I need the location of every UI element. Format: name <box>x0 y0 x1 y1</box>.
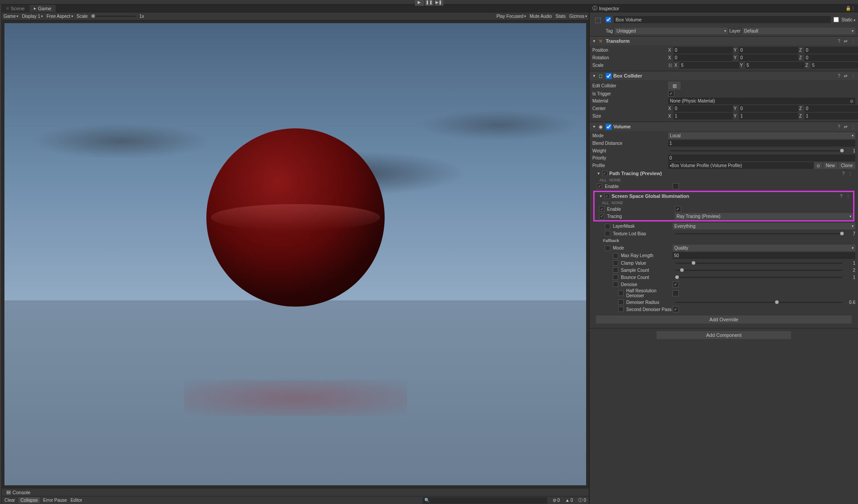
static-checkbox[interactable] <box>833 17 839 22</box>
rotation-x[interactable] <box>673 54 733 61</box>
help-icon[interactable]: ? <box>842 171 845 176</box>
tag-dropdown[interactable]: Untagged <box>615 28 727 34</box>
help-icon[interactable]: ? <box>837 39 840 44</box>
rotation-z[interactable] <box>805 54 858 61</box>
ssgi-tracing-dropdown[interactable]: Ray Tracing (Preview) <box>675 213 853 220</box>
console-search-input[interactable] <box>423 497 547 504</box>
scale-link-icon[interactable]: ⛓ <box>668 63 673 68</box>
path-tracing-header[interactable]: ▼ Path Tracing (Preview) ? ⋮ <box>592 169 855 177</box>
position-z[interactable] <box>805 47 858 53</box>
game-dropdown[interactable]: Game <box>4 14 18 19</box>
sample-slider[interactable] <box>675 270 842 271</box>
bounce-override[interactable] <box>613 275 618 280</box>
ssgi-header[interactable]: ▼ Screen Space Global Illumination ? ⋮ <box>595 192 853 200</box>
error-count[interactable]: ⊘0 <box>553 498 560 503</box>
second-pass-checkbox[interactable] <box>673 306 679 312</box>
pause-button[interactable]: ❚❚ <box>425 0 434 6</box>
object-picker-icon[interactable]: ⊙ <box>850 99 854 103</box>
preset-icon[interactable]: ⇄ <box>844 74 847 78</box>
add-component-button[interactable]: Add Component <box>657 331 791 339</box>
sample-override[interactable] <box>613 267 618 273</box>
clamp-override[interactable] <box>613 260 618 266</box>
profile-field[interactable]: ▪Box Volume Profile (Volume Profile) <box>668 162 813 169</box>
mode-dropdown[interactable]: Local <box>668 132 855 139</box>
aspect-dropdown[interactable]: Free Aspect <box>46 14 73 19</box>
menu-icon[interactable]: ⋮ <box>848 171 853 176</box>
material-field[interactable]: None (Physic Material)⊙ <box>668 98 855 104</box>
collapse-toggle[interactable]: Collapse <box>19 497 40 503</box>
preset-icon[interactable]: ⇄ <box>844 39 847 44</box>
tab-scene[interactable]: ⌗Scene <box>2 5 29 12</box>
tab-console[interactable]: ▤Console <box>2 488 35 496</box>
blend-distance-field[interactable] <box>668 140 855 147</box>
weight-slider[interactable] <box>671 150 842 152</box>
position-y[interactable] <box>739 47 798 53</box>
fbmode-dropdown[interactable]: Quality <box>673 245 855 251</box>
menu-icon[interactable]: ⋮ <box>851 124 855 129</box>
help-icon[interactable]: ? <box>840 194 842 199</box>
stats-toggle[interactable]: Stats <box>555 14 566 19</box>
pt-enable-checkbox[interactable] <box>673 183 679 189</box>
dradius-override[interactable] <box>618 299 624 305</box>
tab-game[interactable]: ▸Game <box>29 5 56 12</box>
scale-y[interactable] <box>745 62 805 69</box>
clone-profile-button[interactable]: Clone <box>838 162 855 169</box>
texlod-override[interactable] <box>605 231 610 236</box>
clamp-slider[interactable] <box>675 262 842 264</box>
edit-collider-button[interactable]: ▧ <box>668 82 681 90</box>
layermask-dropdown[interactable]: Everything <box>673 223 855 229</box>
size-x[interactable] <box>673 113 733 119</box>
maxray-override[interactable] <box>613 253 618 258</box>
new-profile-button[interactable]: New <box>823 162 837 169</box>
lock-icon[interactable]: 🔒 <box>846 6 851 11</box>
display-dropdown[interactable]: Display 1 <box>22 14 43 19</box>
gameobject-icon[interactable]: ⬚ <box>592 14 603 25</box>
bounce-slider[interactable] <box>675 277 842 278</box>
none-button[interactable]: NONE <box>609 178 621 182</box>
inspector-tab[interactable]: ⓘ Inspector 🔒 ⋮ <box>590 4 858 12</box>
menu-icon[interactable]: ⋮ <box>846 194 850 199</box>
menu-icon[interactable]: ⋮ <box>851 39 855 44</box>
center-y[interactable] <box>739 105 798 112</box>
error-pause-toggle[interactable]: Error Pause <box>43 498 67 503</box>
menu-icon[interactable]: ⋮ <box>851 74 855 78</box>
active-checkbox[interactable] <box>606 17 611 22</box>
is-trigger-checkbox[interactable] <box>668 90 674 97</box>
rotation-y[interactable] <box>739 54 798 61</box>
center-z[interactable] <box>805 105 858 112</box>
denoise-checkbox[interactable] <box>673 281 679 287</box>
play-focused-dropdown[interactable]: Play Focused <box>497 14 526 19</box>
object-name-field[interactable] <box>614 16 831 23</box>
preset-icon[interactable]: ⇄ <box>844 124 847 129</box>
layermask-override[interactable] <box>605 224 610 229</box>
maxray-field[interactable] <box>673 252 855 259</box>
static-dropdown[interactable]: Static <box>842 17 855 22</box>
step-button[interactable]: ▶❚ <box>435 0 443 6</box>
transform-header[interactable]: ▼ ⤧ Transform ? ⇄ ⋮ <box>590 37 858 45</box>
help-icon[interactable]: ? <box>837 74 840 78</box>
size-z[interactable] <box>805 113 858 119</box>
scale-slider[interactable] <box>91 16 136 17</box>
halfres-override[interactable] <box>618 291 624 296</box>
fbmode-override[interactable] <box>605 246 610 251</box>
all-button[interactable]: ALL <box>602 201 609 205</box>
editor-dropdown[interactable]: Editor <box>70 498 82 503</box>
gizmos-dropdown[interactable]: Gizmos <box>569 14 587 19</box>
volume-enabled[interactable] <box>606 124 612 130</box>
halfres-checkbox[interactable] <box>673 290 679 296</box>
warn-count[interactable]: ▲0 <box>565 498 573 503</box>
ssgi-enable-checkbox[interactable] <box>675 206 681 212</box>
center-x[interactable] <box>673 105 733 112</box>
denoise-override[interactable] <box>613 282 618 287</box>
volume-header[interactable]: ▼ ◉ Volume ? ⇄ ⋮ <box>590 122 858 131</box>
all-button[interactable]: ALL <box>599 178 607 182</box>
texlod-slider[interactable] <box>675 233 842 234</box>
position-x[interactable] <box>673 47 733 53</box>
profile-locate-button[interactable]: ⊙ <box>814 162 822 169</box>
info-count[interactable]: ⓘ0 <box>578 497 586 504</box>
none-button[interactable]: NONE <box>612 201 623 205</box>
ssgi-enabled[interactable] <box>604 193 610 199</box>
scale-z[interactable] <box>811 62 858 69</box>
ssgi-enable-override[interactable] <box>599 206 604 212</box>
mute-audio-toggle[interactable]: Mute Audio <box>530 14 552 19</box>
